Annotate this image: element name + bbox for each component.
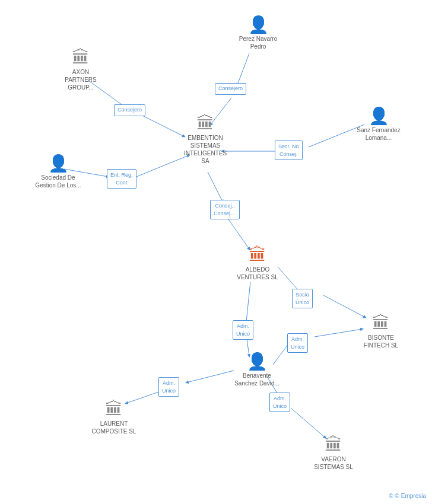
badge-adm-unico-laurent: Adm.Unico bbox=[158, 377, 179, 397]
node-embention: 🏛 EMBENTION SISTEMAS INTELIGENTES SA bbox=[182, 114, 229, 165]
node-vaeron: 🏛 VAERON SISTEMAS SL bbox=[310, 436, 357, 471]
label-sanz: Sanz Fernandez Lomana... bbox=[355, 126, 402, 142]
badge-consejero-perez: Consejero bbox=[215, 83, 246, 95]
badge-socio-unico: SocioÚnico bbox=[292, 289, 313, 308]
node-albedo: 🏛 ALBEDO VENTURES SL bbox=[234, 246, 281, 281]
person-icon-sociedad: 👤 bbox=[48, 155, 69, 172]
building-icon-bisonte: 🏛 bbox=[372, 314, 390, 332]
label-laurent: LAURENT COMPOSITE SL bbox=[90, 420, 138, 435]
node-benavente: 👤 Benavente Sanchez David... bbox=[233, 353, 281, 387]
label-albedo: ALBEDO VENTURES SL bbox=[234, 266, 281, 281]
node-axon: 🏛 AXON PARTNERS GROUP... bbox=[57, 49, 104, 91]
label-bisonte: BISONTE FINTECH SL bbox=[357, 334, 405, 349]
svg-line-8 bbox=[208, 172, 223, 202]
person-icon-perez: 👤 bbox=[248, 17, 269, 33]
building-icon-laurent: 🏛 bbox=[105, 400, 123, 418]
svg-line-9 bbox=[228, 219, 249, 249]
node-perez: 👤 Perez Navarro Pedro bbox=[234, 17, 282, 50]
svg-line-7 bbox=[136, 155, 189, 177]
label-perez: Perez Navarro Pedro bbox=[234, 35, 282, 50]
node-sanz: 👤 Sanz Fernandez Lomana... bbox=[355, 108, 402, 142]
svg-line-3 bbox=[142, 116, 184, 136]
person-icon-sanz: 👤 bbox=[369, 108, 389, 125]
badge-secr-sanz: Secr. NoConsej. bbox=[275, 141, 303, 160]
building-icon-albedo: 🏛 bbox=[249, 246, 266, 264]
diagram-container: 👤 Perez Navarro Pedro 🏛 AXON PARTNERS GR… bbox=[0, 0, 432, 504]
badge-adm-unico-albedo: Adm.Unico bbox=[233, 320, 253, 340]
badge-adm-unico-vaeron: Adm.Unico bbox=[269, 393, 290, 412]
node-laurent: 🏛 LAURENT COMPOSITE SL bbox=[90, 400, 138, 435]
watermark-copy: © bbox=[389, 493, 393, 499]
svg-line-16 bbox=[187, 371, 234, 382]
watermark: © © Empresia bbox=[389, 493, 426, 499]
watermark-brand: © Empresia bbox=[395, 493, 426, 499]
label-benavente: Benavente Sanchez David... bbox=[233, 372, 281, 387]
label-axon: AXON PARTNERS GROUP... bbox=[57, 68, 104, 91]
building-icon-embention: 🏛 bbox=[196, 114, 214, 132]
person-icon-benavente: 👤 bbox=[247, 353, 268, 370]
node-sociedad: 👤 Sociedad De Gestion De Los... bbox=[34, 155, 82, 189]
label-embention: EMBENTION SISTEMAS INTELIGENTES SA bbox=[182, 134, 229, 165]
badge-adm-unico-bisonte: Adm.Unico bbox=[287, 333, 308, 353]
node-bisonte: 🏛 BISONTE FINTECH SL bbox=[357, 314, 405, 349]
building-icon-axon: 🏛 bbox=[72, 49, 90, 66]
badge-ent-reg: Ent. Reg.Cont bbox=[107, 169, 136, 189]
badge-consejero-axon: Consejero bbox=[114, 104, 145, 116]
svg-line-12 bbox=[246, 282, 250, 322]
svg-line-0 bbox=[237, 53, 249, 85]
badge-consej-consej: Consej..Consej.... bbox=[210, 200, 240, 219]
svg-line-15 bbox=[315, 329, 362, 337]
label-sociedad: Sociedad De Gestion De Los... bbox=[34, 174, 82, 189]
label-vaeron: VAERON SISTEMAS SL bbox=[310, 455, 357, 471]
building-icon-vaeron: 🏛 bbox=[325, 436, 342, 454]
svg-line-19 bbox=[291, 408, 325, 438]
